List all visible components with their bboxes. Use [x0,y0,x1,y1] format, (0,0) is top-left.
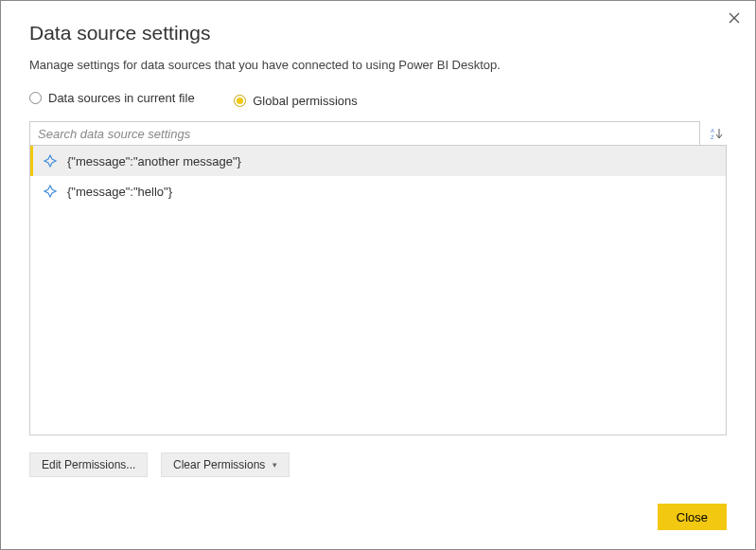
list-item-label: {"message":"another message"} [67,154,241,169]
radio-global-permissions[interactable]: Global permissions [234,94,358,108]
data-source-icon [43,184,58,199]
search-input[interactable] [29,121,700,146]
svg-text:A: A [711,128,714,133]
sort-button[interactable]: A Z [706,121,727,146]
list-item-label: {"message":"hello"} [67,185,172,199]
radio-label: Data sources in current file [48,91,195,105]
button-label: Clear Permissions [173,458,265,471]
data-source-list: {"message":"another message"} {"message"… [29,145,727,435]
button-label: Edit Permissions... [42,458,135,471]
page-title: Data source settings [29,22,727,44]
clear-permissions-button[interactable]: Clear Permissions ▾ [161,452,290,477]
list-item[interactable]: {"message":"another message"} [30,146,726,176]
list-item[interactable]: {"message":"hello"} [30,176,726,206]
svg-marker-6 [44,186,56,197]
svg-text:Z: Z [711,134,714,140]
close-icon[interactable] [723,7,746,29]
data-source-icon [43,153,58,169]
radio-current-file[interactable]: Data sources in current file [29,91,195,105]
button-label: Close [677,510,708,524]
scope-radio-group: Data sources in current file Global perm… [29,91,727,108]
radio-icon [234,95,246,107]
page-subtitle: Manage settings for data sources that yo… [29,58,727,72]
close-button[interactable]: Close [658,504,727,530]
svg-marker-5 [44,155,56,167]
radio-icon [29,92,42,104]
radio-label: Global permissions [253,94,358,108]
chevron-down-icon: ▾ [273,460,277,470]
edit-permissions-button[interactable]: Edit Permissions... [29,452,148,477]
